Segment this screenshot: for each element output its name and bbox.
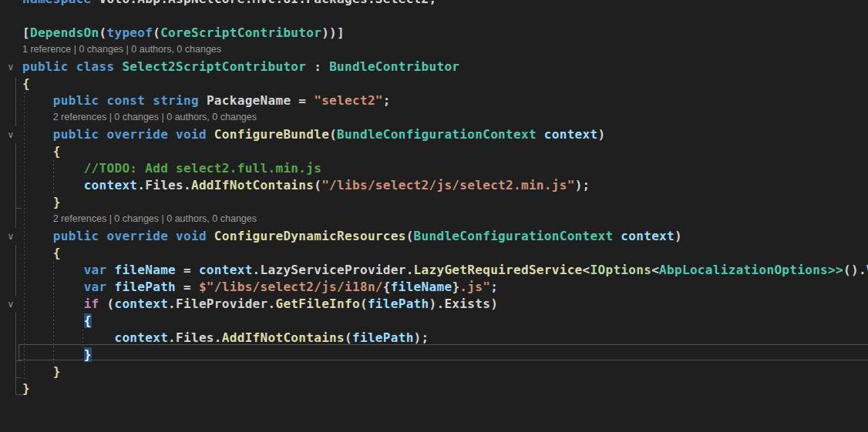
code-token <box>22 364 53 379</box>
code-token: public class <box>22 59 122 74</box>
code-area[interactable]: namespace Volo.Abp.AspNetCore.Mvc.UI.Pac… <box>0 0 868 397</box>
code-token: } <box>452 280 459 294</box>
code-token: public override void <box>53 229 214 243</box>
code-token <box>22 246 53 260</box>
code-token: context <box>114 296 168 311</box>
code-token: >> <box>828 263 843 277</box>
code-token: filePath <box>114 280 176 294</box>
code-token: fileName <box>114 263 176 277</box>
code-editor[interactable]: namespace Volo.Abp.AspNetCore.Mvc.UI.Pac… <box>0 0 868 432</box>
code-token: ); <box>414 330 429 345</box>
code-token: AddIfNotContains <box>222 330 345 345</box>
code-token <box>22 161 84 176</box>
code-token: var <box>84 280 115 294</box>
code-line-if-open-brace[interactable]: { <box>0 313 868 330</box>
code-token: .FileProvider. <box>168 296 275 311</box>
code-token: AddIfNotContains <box>191 178 314 193</box>
code-token: BundleConfigurationContext <box>414 229 614 243</box>
code-token: AbpLocalizationOptions <box>659 263 828 277</box>
code-token: Volo.Abp.AspNetCore.Mvc.UI.Packages.Sele… <box>92 0 437 6</box>
code-token: public override void <box>53 127 214 142</box>
code-token <box>22 195 53 209</box>
code-token: fileName <box>391 280 453 294</box>
code-token: ) <box>597 127 605 142</box>
fold-chevron-icon[interactable]: ∨ <box>3 228 19 245</box>
code-line-configurebundle[interactable]: public override void ConfigureBundle(Bun… <box>0 126 868 143</box>
code-token: ( <box>360 296 368 311</box>
code-token: ).Exists) <box>429 296 499 311</box>
code-token <box>22 280 84 294</box>
code-token: filePath <box>352 330 414 345</box>
code-token <box>22 347 84 362</box>
code-token: if <box>84 296 99 311</box>
code-token: Select2ScriptContributor <box>122 59 306 74</box>
code-token: ( <box>153 25 160 40</box>
code-token: typeof <box>106 25 153 40</box>
code-token: context <box>84 178 138 193</box>
code-token: .LazyServiceProvider. <box>253 263 414 277</box>
code-line-method1-close-brace[interactable]: } <box>0 194 868 211</box>
fold-chevron-icon[interactable]: ∨ <box>3 126 19 143</box>
code-line-if-statement[interactable]: if (context.FileProvider.GetFileInfo(fil… <box>0 296 868 313</box>
code-token <box>22 229 53 243</box>
code-token: [ <box>22 25 30 40</box>
code-token <box>22 296 84 311</box>
code-token: DependsOn <box>30 25 99 40</box>
code-token: ; <box>490 280 498 294</box>
code-token: ); <box>575 178 590 193</box>
code-line-method2-open-brace[interactable]: { <box>0 245 868 262</box>
code-token <box>22 330 114 345</box>
code-token <box>22 178 84 193</box>
code-token: IOptions <box>590 263 652 277</box>
fold-chevron-icon[interactable]: ∨ <box>3 59 19 75</box>
code-token: ( <box>329 127 337 142</box>
codelens-configuredynamicresources[interactable]: 2 references | 0 changes | 0 authors, 0 … <box>0 211 868 228</box>
code-line-todo-comment[interactable]: //TODO: Add select2.full.min.js <box>0 160 868 177</box>
code-token: .Files. <box>168 330 222 345</box>
code-token: CoreScriptContributor <box>160 25 321 40</box>
code-token: = <box>176 263 199 277</box>
code-token: filePath <box>368 296 429 311</box>
code-line-addifnotcontains-filepath[interactable]: context.Files.AddIfNotContains(filePath)… <box>0 330 868 347</box>
code-token: ) <box>675 229 682 243</box>
code-token <box>613 229 621 243</box>
code-line-configuredynamicresources[interactable]: public override void ConfigureDynamicRes… <box>0 228 868 245</box>
codelens-class[interactable]: 1 reference | 0 changes | 0 authors, 0 c… <box>0 42 868 59</box>
code-token: LazyGetRequiredService <box>414 263 583 277</box>
code-token: //TODO: Add select2.full.min.js <box>84 161 322 176</box>
code-token: ( <box>345 330 352 345</box>
code-token <box>537 127 544 142</box>
code-line-filepath[interactable]: var filePath = $"/libs/select2/js/i18n/{… <box>0 279 868 296</box>
code-token: BundleConfigurationContext <box>337 127 537 142</box>
code-line-namespace[interactable]: namespace Volo.Abp.AspNetCore.Mvc.UI.Pac… <box>0 0 868 8</box>
code-line-blank[interactable] <box>0 8 868 25</box>
code-line-method1-open-brace[interactable]: { <box>0 143 868 160</box>
codelens-configurebundle[interactable]: 2 references | 0 changes | 0 authors, 0 … <box>0 109 868 126</box>
code-token: } <box>22 381 30 396</box>
code-token: } <box>84 347 92 362</box>
code-line-attribute[interactable]: [DependsOn(typeof(CoreScriptContributor)… <box>0 25 868 42</box>
code-token: context <box>621 229 675 243</box>
code-line-class-declaration[interactable]: public class Select2ScriptContributor : … <box>0 59 868 75</box>
code-line-if-close-brace[interactable]: } <box>0 347 868 363</box>
code-token: { <box>84 313 92 328</box>
code-token: < <box>583 263 590 277</box>
code-token <box>22 313 84 328</box>
code-line-class-open-brace[interactable]: { <box>0 75 868 92</box>
code-token: ( <box>406 229 414 243</box>
code-token: BundleContributor <box>329 59 459 74</box>
code-line-method2-close-brace[interactable]: } <box>0 363 868 380</box>
code-token: { <box>53 144 61 159</box>
code-token: $"/libs/select2/js/i18n/ <box>199 280 383 294</box>
code-token: } <box>53 195 61 209</box>
code-line-addifnotcontains-string[interactable]: context.Files.AddIfNotContains("/libs/se… <box>0 177 868 194</box>
code-line-class-close-brace[interactable]: } <box>0 380 868 397</box>
code-token <box>22 144 53 159</box>
fold-chevron-icon[interactable]: ∨ <box>3 296 19 313</box>
code-token: PackageName = <box>207 93 314 108</box>
code-token: ( <box>99 296 115 311</box>
code-token: ConfigureBundle <box>214 127 329 142</box>
code-line-packagename[interactable]: public const string PackageName = "selec… <box>0 92 868 109</box>
code-token: < <box>651 263 659 277</box>
code-line-filename[interactable]: var fileName = context.LazyServiceProvid… <box>0 262 868 279</box>
